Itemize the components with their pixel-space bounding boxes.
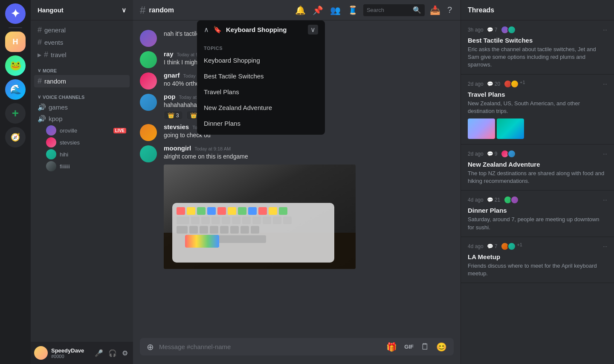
server-icon-hangout[interactable]: H bbox=[5, 32, 26, 52]
user-avatar bbox=[34, 346, 48, 360]
hash-icon: # bbox=[44, 50, 48, 59]
inbox-icon[interactable]: 📥 bbox=[428, 3, 442, 17]
chat-input-area: ⊕ 🎁 GIF 🗒 😊 bbox=[133, 338, 460, 364]
avatar bbox=[46, 137, 56, 147]
topic-chevron-down-icon[interactable]: ∨ bbox=[308, 25, 318, 35]
thread-avatars bbox=[501, 150, 516, 158]
headset-icon[interactable]: 🎧 bbox=[107, 347, 119, 359]
channel-item-random[interactable]: # random 👤+ ⚙ bbox=[34, 75, 130, 87]
svg-rect-29 bbox=[220, 226, 229, 234]
thread-more-icon[interactable]: ··· bbox=[603, 81, 607, 87]
members-icon[interactable]: 👥 bbox=[328, 3, 342, 17]
search-input[interactable] bbox=[367, 7, 410, 13]
threads-icon[interactable]: 🧵 bbox=[346, 3, 360, 17]
voice-user-stevsies[interactable]: stevsies bbox=[34, 136, 130, 148]
server-dropdown-icon[interactable]: ∨ bbox=[122, 6, 126, 14]
svg-rect-23 bbox=[273, 217, 281, 224]
topic-item-best-tactile[interactable]: Best Tactile Switches bbox=[197, 68, 325, 84]
server-header[interactable]: Hangout ∨ bbox=[31, 0, 133, 20]
thread-desc: Saturday, around 7, people are meeting u… bbox=[468, 216, 607, 231]
settings-icon[interactable]: ⚙ bbox=[120, 347, 130, 359]
thread-more-icon[interactable]: ··· bbox=[603, 243, 607, 249]
svg-rect-19 bbox=[232, 217, 240, 224]
svg-rect-15 bbox=[191, 217, 200, 224]
thread-images bbox=[468, 118, 607, 139]
channel-item-games[interactable]: 🔊 games bbox=[34, 101, 130, 113]
category-more[interactable]: ∨ MORE bbox=[31, 61, 133, 75]
thread-ago: 3h ago bbox=[468, 27, 484, 33]
thread-desc: Eric asks the channel about tactile swit… bbox=[468, 46, 607, 69]
avatar bbox=[140, 51, 157, 68]
bell-icon[interactable]: 🔔 bbox=[293, 3, 307, 17]
svg-rect-16 bbox=[201, 217, 210, 224]
gift-icon[interactable]: 🎁 bbox=[385, 338, 399, 355]
svg-rect-25 bbox=[177, 226, 188, 234]
thread-title: LA Meetup bbox=[468, 253, 607, 260]
svg-rect-11 bbox=[258, 207, 267, 215]
voice-user-oroville[interactable]: oroville LIVE bbox=[34, 124, 130, 136]
voice-user-hihi[interactable]: hihi bbox=[34, 148, 130, 160]
topic-item-nz-adventure[interactable]: New Zealand Adventure bbox=[197, 100, 325, 116]
channel-sidebar: Hangout ∨ # general # events ▶ # travel … bbox=[31, 0, 133, 364]
message-author[interactable]: moongirl bbox=[164, 144, 191, 152]
topic-item-travel-plans[interactable]: Travel Plans bbox=[197, 84, 325, 100]
channel-item-kpop[interactable]: 🔊 kpop bbox=[34, 113, 130, 124]
sticker-icon[interactable]: 🗒 bbox=[419, 338, 431, 355]
thread-item-dinner-plans[interactable]: 4d ago 💬 21 ··· Dinner Plans Saturday, a… bbox=[461, 191, 614, 237]
voice-username: fiiiiiii bbox=[60, 163, 70, 170]
svg-rect-5 bbox=[197, 207, 206, 215]
reaction-crown-1[interactable]: 👑 3 bbox=[164, 111, 183, 120]
topic-header-bar: ∧ 🔖 Keyboard Shopping ∨ bbox=[197, 20, 325, 39]
add-member-icon[interactable]: 👤+ bbox=[108, 78, 119, 85]
server-icon-frog[interactable]: 🐸 bbox=[5, 55, 26, 76]
chat-input[interactable] bbox=[159, 338, 381, 355]
thread-item-la-meetup[interactable]: 4d ago 💬 7 +1 ··· LA Meetup Friends disc… bbox=[461, 237, 614, 283]
discord-icon[interactable]: ✦ bbox=[5, 3, 26, 24]
add-attachment-icon[interactable]: ⊕ bbox=[145, 338, 156, 355]
channel-item-travel[interactable]: ▶ # travel bbox=[34, 49, 130, 61]
channel-item-general[interactable]: # general bbox=[34, 24, 130, 36]
topic-dropdown: TOPICS Keyboard Shopping Best Tactile Sw… bbox=[197, 39, 325, 135]
svg-rect-33 bbox=[189, 235, 266, 243]
topic-item-dinner-plans[interactable]: Dinner Plans bbox=[197, 116, 325, 131]
category-voice[interactable]: ∨ VOICE CHANNELS bbox=[31, 87, 133, 101]
message-author[interactable]: ray bbox=[164, 50, 174, 58]
thread-item-travel-plans[interactable]: 2d ago 💬 20 +1 ··· Travel Plans New Zeal… bbox=[461, 75, 614, 144]
gif-icon[interactable]: GIF bbox=[402, 342, 416, 351]
topic-bookmark-icon: 🔖 bbox=[213, 26, 222, 34]
server-icon-add[interactable]: + bbox=[5, 103, 26, 124]
thread-plus: +1 bbox=[520, 80, 525, 88]
message-author[interactable]: pop bbox=[164, 93, 176, 100]
help-icon[interactable]: ? bbox=[446, 3, 454, 17]
thread-item-nz-adventure[interactable]: 2d ago 💬 9 ··· New Zealand Adventure The… bbox=[461, 144, 614, 191]
svg-rect-17 bbox=[211, 217, 220, 224]
settings-icon[interactable]: ⚙ bbox=[121, 78, 126, 85]
thread-more-icon[interactable]: ··· bbox=[603, 197, 607, 203]
thread-plus: +1 bbox=[517, 242, 522, 251]
thread-more-icon[interactable]: ··· bbox=[603, 151, 607, 157]
live-badge: LIVE bbox=[113, 128, 126, 133]
emoji-icon[interactable]: 😊 bbox=[434, 338, 449, 355]
message-author[interactable]: gnarf bbox=[164, 72, 180, 79]
topic-item-keyboard-shopping[interactable]: Keyboard Shopping bbox=[197, 52, 325, 68]
voice-user-fiiiiiii[interactable]: fiiiiiii bbox=[34, 160, 130, 172]
pin-icon[interactable]: 📌 bbox=[311, 3, 325, 17]
topic-chevron-up-icon[interactable]: ∧ bbox=[204, 26, 209, 34]
message-author[interactable]: stevsies bbox=[164, 123, 189, 130]
thread-item-best-tactile[interactable]: 3h ago 💬 7 ··· Best Tactile Switches Eri… bbox=[461, 20, 614, 75]
microphone-icon[interactable]: 🎤 bbox=[93, 347, 105, 359]
channel-item-events[interactable]: # events bbox=[34, 36, 130, 49]
channel-name-events: events bbox=[44, 39, 63, 46]
server-icon-explore[interactable]: 🧭 bbox=[5, 127, 26, 147]
svg-rect-13 bbox=[279, 207, 287, 215]
server-divider bbox=[9, 27, 22, 28]
message-content: moongirl Today at 9:18 AM alright come o… bbox=[164, 144, 454, 269]
search-bar[interactable]: 🔍 bbox=[363, 4, 425, 16]
svg-rect-28 bbox=[210, 226, 218, 234]
thread-title: Travel Plans bbox=[468, 91, 607, 98]
channel-hash-icon: # bbox=[140, 4, 145, 16]
voice-icon: 🔊 bbox=[38, 115, 46, 123]
thread-more-icon[interactable]: ··· bbox=[603, 27, 607, 33]
avatar bbox=[507, 242, 516, 251]
server-icon-wave[interactable]: 🌊 bbox=[5, 79, 26, 100]
